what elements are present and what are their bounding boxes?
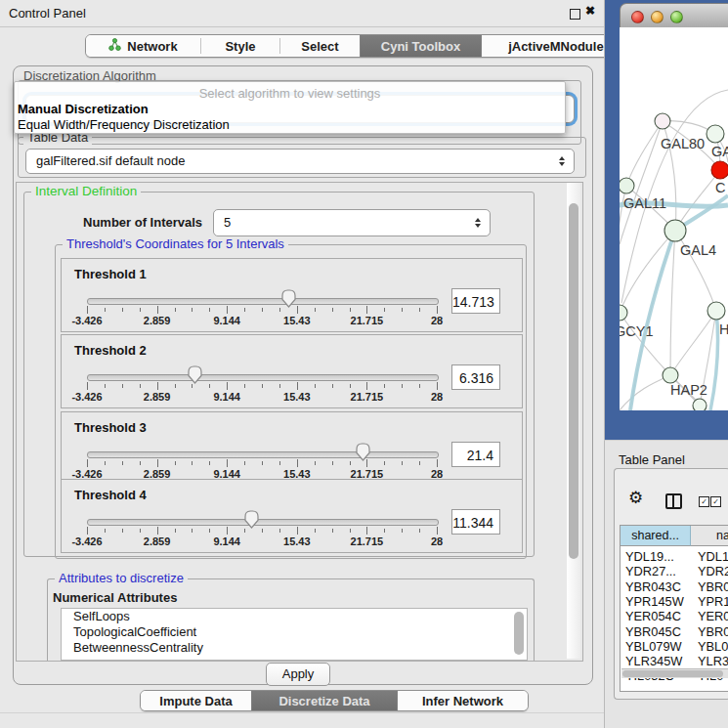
slider-tick <box>227 382 228 390</box>
select-columns-checkbox-icon[interactable]: ✓ <box>710 496 721 507</box>
tab-network-label: Network <box>127 39 177 54</box>
horizontal-scrollbar-track[interactable] <box>621 668 728 678</box>
slider-tick-label: 15.43 <box>268 391 326 403</box>
slider-tick <box>122 529 123 533</box>
horizontal-scrollbar-thumb[interactable] <box>622 670 723 677</box>
slider-tick <box>227 459 228 467</box>
svg-text:H: H <box>719 321 728 337</box>
control-panel-tabbar: Network Style Select Cyni Toolbox jActiv… <box>85 34 638 58</box>
attribute-list-item[interactable]: SelfLoops <box>62 609 527 624</box>
table-row[interactable]: YER054CYER0 <box>621 609 728 623</box>
float-window-icon[interactable] <box>570 9 580 20</box>
slider-thumb[interactable] <box>187 364 203 385</box>
cell-shared-name: YER054C <box>625 609 681 623</box>
slider-thumb[interactable] <box>243 509 260 530</box>
slider-tick-label: 21.715 <box>337 315 396 326</box>
slider-tick-label: 2.859 <box>128 315 187 326</box>
slider-tick <box>279 461 280 465</box>
vertical-scrollbar-thumb[interactable] <box>569 203 578 559</box>
table-row[interactable]: YPR145WYPR1 <box>621 594 728 609</box>
slider-tick <box>437 382 438 390</box>
slider-tick <box>350 529 351 533</box>
thresholds-group-label: Threshold's Coordinates for 5 Intervals <box>63 237 288 251</box>
attribute-list-item[interactable]: BetweennessCentrality <box>62 640 527 656</box>
slider-tick <box>384 384 385 388</box>
slider-tick-label: 15.43 <box>268 315 326 326</box>
slider-tick <box>437 306 438 314</box>
slider-tick <box>315 529 316 533</box>
slider-thumb[interactable] <box>355 442 371 462</box>
slider-tick <box>105 461 106 465</box>
slider-tick <box>262 529 263 533</box>
apply-button[interactable]: Apply <box>266 663 330 686</box>
slider-track[interactable] <box>87 451 439 458</box>
table-row[interactable]: YBR043CYBR0 <box>621 579 728 594</box>
slider-tick <box>262 461 263 465</box>
cell-name: YDL1 <box>698 549 728 564</box>
threshold-label: Threshold 4 <box>74 488 147 502</box>
slider-tick-label: 28 <box>407 535 466 547</box>
slider-tick <box>402 461 403 465</box>
slider-track[interactable] <box>87 519 439 526</box>
tab-select[interactable]: Select <box>280 35 360 57</box>
table-row[interactable]: YBR045CYBR0 <box>621 624 728 639</box>
slider-tick-label: 28 <box>407 315 466 326</box>
slider-tick <box>262 308 263 312</box>
slider-tick <box>87 306 88 314</box>
network-canvas[interactable]: GAL80GACGAL11GAL4GCY1HHAP2 <box>604 0 728 440</box>
slider-tick <box>122 308 123 312</box>
split-columns-icon[interactable] <box>665 493 682 509</box>
slider-tick-label: 21.715 <box>337 391 396 403</box>
tab-impute-data[interactable]: Impute Data <box>141 691 251 710</box>
table-data-selected-value: galFiltered.sif default node <box>36 153 185 168</box>
option-equal-width-frequency[interactable]: Equal Width/Frequency Discretization <box>18 117 230 132</box>
tab-cyni-toolbox[interactable]: Cyni Toolbox <box>360 35 482 57</box>
numerical-attributes-label: Numerical Attributes <box>53 590 177 605</box>
slider-tick <box>175 529 176 533</box>
numerical-attributes-list[interactable]: SelfLoopsTopologicalCoefficientBetweenne… <box>61 608 528 661</box>
table-data-combobox[interactable]: galFiltered.sif default node <box>25 149 575 174</box>
slider-thumb[interactable] <box>280 288 297 309</box>
slider-tick <box>297 527 298 535</box>
slider-tick <box>350 308 351 312</box>
table-header-row: shared... na <box>621 526 728 546</box>
table-row[interactable]: YDL19...YDL1 <box>621 549 728 564</box>
option-manual-discretization[interactable]: Manual Discretization <box>18 102 149 116</box>
select-columns-checkbox-icon[interactable]: ✓ <box>699 496 709 507</box>
gear-icon[interactable]: ⚙ <box>628 490 643 506</box>
slider-track[interactable] <box>87 298 439 305</box>
threshold-value-field[interactable]: 6.316 <box>451 364 500 390</box>
slider-track[interactable] <box>87 374 439 381</box>
column-header-shared-name[interactable]: shared... <box>621 526 691 546</box>
slider-tick <box>332 529 333 533</box>
num-intervals-spinner[interactable]: 5 <box>213 209 491 236</box>
slider-tick <box>244 384 245 388</box>
slider-tick <box>209 384 210 388</box>
attribute-list-item[interactable]: TopologicalCoefficient <box>62 624 527 640</box>
threshold-value-field[interactable]: 11.344 <box>451 509 500 535</box>
cell-name: YER0 <box>698 609 728 623</box>
column-header-name[interactable]: na <box>691 526 728 546</box>
slider-tick-label: -3.426 <box>58 535 116 547</box>
slider-tick <box>175 461 176 465</box>
table-row[interactable]: YLR345WYLR3 <box>621 654 728 668</box>
table-row[interactable]: YBL079WYBL0 <box>621 639 728 654</box>
slider-tick <box>157 306 158 314</box>
tab-infer-network[interactable]: Infer Network <box>398 691 528 710</box>
threshold-value-field[interactable]: 21.4 <box>451 442 500 467</box>
slider-tick <box>366 306 367 314</box>
slider-tick <box>419 384 420 388</box>
attributes-group-label: Attributes to discretize <box>55 572 188 585</box>
svg-text:GAL80: GAL80 <box>661 136 705 151</box>
threshold-value-field[interactable]: 14.713 <box>451 288 500 314</box>
table-row[interactable]: YDR27...YDR2 <box>621 564 728 578</box>
tab-discretize-data[interactable]: Discretize Data <box>251 691 398 710</box>
slider-tick <box>332 384 333 388</box>
tab-style[interactable]: Style <box>201 35 279 57</box>
list-scrollbar-thumb[interactable] <box>514 612 524 655</box>
tab-network[interactable]: Network <box>86 35 200 57</box>
slider-tick <box>87 527 88 535</box>
slider-tick <box>419 308 420 312</box>
panel-title: Control Panel <box>9 6 86 21</box>
close-icon[interactable]: ✖ <box>585 4 595 18</box>
